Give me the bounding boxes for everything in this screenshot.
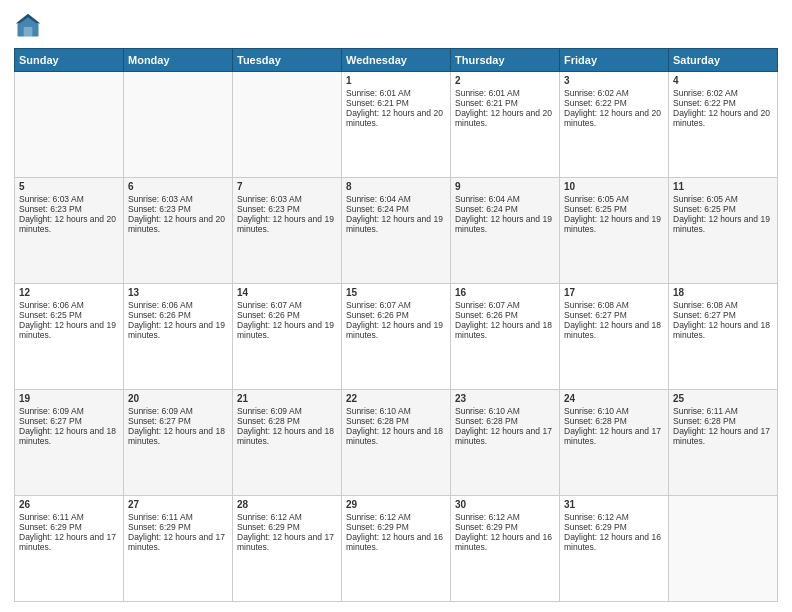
calendar-cell: 31Sunrise: 6:12 AMSunset: 6:29 PMDayligh… — [560, 496, 669, 602]
day-number: 11 — [673, 181, 773, 192]
calendar-cell: 6Sunrise: 6:03 AMSunset: 6:23 PMDaylight… — [124, 178, 233, 284]
calendar-cell: 22Sunrise: 6:10 AMSunset: 6:28 PMDayligh… — [342, 390, 451, 496]
svg-rect-2 — [24, 27, 33, 37]
weekday-header-tuesday: Tuesday — [233, 49, 342, 72]
day-info-line: Sunset: 6:24 PM — [346, 204, 446, 214]
day-info-line: Sunrise: 6:06 AM — [19, 300, 119, 310]
day-number: 19 — [19, 393, 119, 404]
week-row-4: 19Sunrise: 6:09 AMSunset: 6:27 PMDayligh… — [15, 390, 778, 496]
day-info-line: Daylight: 12 hours and 19 minutes. — [237, 320, 337, 340]
calendar-cell: 26Sunrise: 6:11 AMSunset: 6:29 PMDayligh… — [15, 496, 124, 602]
calendar-cell: 13Sunrise: 6:06 AMSunset: 6:26 PMDayligh… — [124, 284, 233, 390]
day-info-line: Sunset: 6:29 PM — [19, 522, 119, 532]
day-info-line: Daylight: 12 hours and 19 minutes. — [346, 320, 446, 340]
day-number: 23 — [455, 393, 555, 404]
day-info-line: Sunrise: 6:11 AM — [673, 406, 773, 416]
day-number: 14 — [237, 287, 337, 298]
calendar-cell: 14Sunrise: 6:07 AMSunset: 6:26 PMDayligh… — [233, 284, 342, 390]
day-info-line: Sunrise: 6:03 AM — [128, 194, 228, 204]
day-info-line: Sunset: 6:24 PM — [455, 204, 555, 214]
day-info-line: Daylight: 12 hours and 18 minutes. — [673, 320, 773, 340]
day-number: 7 — [237, 181, 337, 192]
day-info-line: Sunrise: 6:11 AM — [19, 512, 119, 522]
day-number: 22 — [346, 393, 446, 404]
calendar-cell: 28Sunrise: 6:12 AMSunset: 6:29 PMDayligh… — [233, 496, 342, 602]
day-info-line: Daylight: 12 hours and 19 minutes. — [237, 214, 337, 234]
day-info-line: Sunset: 6:21 PM — [455, 98, 555, 108]
calendar-cell: 25Sunrise: 6:11 AMSunset: 6:28 PMDayligh… — [669, 390, 778, 496]
calendar-cell: 4Sunrise: 6:02 AMSunset: 6:22 PMDaylight… — [669, 72, 778, 178]
day-number: 9 — [455, 181, 555, 192]
calendar-cell: 27Sunrise: 6:11 AMSunset: 6:29 PMDayligh… — [124, 496, 233, 602]
day-number: 5 — [19, 181, 119, 192]
calendar-cell: 16Sunrise: 6:07 AMSunset: 6:26 PMDayligh… — [451, 284, 560, 390]
day-info-line: Sunset: 6:22 PM — [564, 98, 664, 108]
calendar-cell: 10Sunrise: 6:05 AMSunset: 6:25 PMDayligh… — [560, 178, 669, 284]
day-info-line: Sunrise: 6:11 AM — [128, 512, 228, 522]
day-info-line: Daylight: 12 hours and 19 minutes. — [455, 214, 555, 234]
day-info-line: Sunrise: 6:01 AM — [455, 88, 555, 98]
day-info-line: Daylight: 12 hours and 19 minutes. — [564, 214, 664, 234]
day-info-line: Sunrise: 6:02 AM — [564, 88, 664, 98]
day-info-line: Sunset: 6:29 PM — [346, 522, 446, 532]
day-info-line: Sunrise: 6:12 AM — [455, 512, 555, 522]
calendar-cell — [233, 72, 342, 178]
day-info-line: Sunset: 6:28 PM — [237, 416, 337, 426]
day-info-line: Sunset: 6:26 PM — [237, 310, 337, 320]
calendar-cell: 7Sunrise: 6:03 AMSunset: 6:23 PMDaylight… — [233, 178, 342, 284]
day-info-line: Sunrise: 6:01 AM — [346, 88, 446, 98]
day-info-line: Daylight: 12 hours and 16 minutes. — [455, 532, 555, 552]
day-info-line: Sunset: 6:27 PM — [673, 310, 773, 320]
day-number: 25 — [673, 393, 773, 404]
day-number: 18 — [673, 287, 773, 298]
day-number: 26 — [19, 499, 119, 510]
week-row-3: 12Sunrise: 6:06 AMSunset: 6:25 PMDayligh… — [15, 284, 778, 390]
calendar-cell: 8Sunrise: 6:04 AMSunset: 6:24 PMDaylight… — [342, 178, 451, 284]
day-info-line: Sunset: 6:27 PM — [564, 310, 664, 320]
day-info-line: Daylight: 12 hours and 19 minutes. — [673, 214, 773, 234]
calendar-cell: 21Sunrise: 6:09 AMSunset: 6:28 PMDayligh… — [233, 390, 342, 496]
day-number: 20 — [128, 393, 228, 404]
header — [14, 12, 778, 40]
day-info-line: Sunrise: 6:08 AM — [564, 300, 664, 310]
day-number: 13 — [128, 287, 228, 298]
day-info-line: Daylight: 12 hours and 18 minutes. — [564, 320, 664, 340]
day-number: 28 — [237, 499, 337, 510]
day-info-line: Sunset: 6:27 PM — [128, 416, 228, 426]
week-row-1: 1Sunrise: 6:01 AMSunset: 6:21 PMDaylight… — [15, 72, 778, 178]
day-info-line: Sunrise: 6:10 AM — [455, 406, 555, 416]
day-info-line: Sunset: 6:25 PM — [673, 204, 773, 214]
day-number: 15 — [346, 287, 446, 298]
day-info-line: Daylight: 12 hours and 17 minutes. — [564, 426, 664, 446]
day-info-line: Daylight: 12 hours and 17 minutes. — [237, 532, 337, 552]
day-number: 3 — [564, 75, 664, 86]
day-number: 31 — [564, 499, 664, 510]
day-info-line: Daylight: 12 hours and 20 minutes. — [564, 108, 664, 128]
day-info-line: Sunrise: 6:05 AM — [673, 194, 773, 204]
day-number: 27 — [128, 499, 228, 510]
day-info-line: Sunset: 6:23 PM — [128, 204, 228, 214]
day-info-line: Daylight: 12 hours and 18 minutes. — [346, 426, 446, 446]
day-info-line: Sunrise: 6:03 AM — [237, 194, 337, 204]
day-number: 12 — [19, 287, 119, 298]
day-info-line: Sunset: 6:29 PM — [237, 522, 337, 532]
day-number: 1 — [346, 75, 446, 86]
calendar-cell: 3Sunrise: 6:02 AMSunset: 6:22 PMDaylight… — [560, 72, 669, 178]
weekday-header-sunday: Sunday — [15, 49, 124, 72]
day-info-line: Daylight: 12 hours and 17 minutes. — [455, 426, 555, 446]
day-info-line: Sunset: 6:29 PM — [455, 522, 555, 532]
calendar-cell: 11Sunrise: 6:05 AMSunset: 6:25 PMDayligh… — [669, 178, 778, 284]
day-info-line: Daylight: 12 hours and 17 minutes. — [673, 426, 773, 446]
day-info-line: Daylight: 12 hours and 20 minutes. — [455, 108, 555, 128]
day-info-line: Sunset: 6:28 PM — [455, 416, 555, 426]
day-info-line: Sunrise: 6:04 AM — [346, 194, 446, 204]
day-info-line: Sunrise: 6:12 AM — [564, 512, 664, 522]
day-info-line: Sunrise: 6:06 AM — [128, 300, 228, 310]
calendar-cell: 23Sunrise: 6:10 AMSunset: 6:28 PMDayligh… — [451, 390, 560, 496]
day-info-line: Sunrise: 6:10 AM — [346, 406, 446, 416]
day-info-line: Daylight: 12 hours and 18 minutes. — [128, 426, 228, 446]
day-info-line: Sunset: 6:26 PM — [455, 310, 555, 320]
day-info-line: Sunrise: 6:07 AM — [346, 300, 446, 310]
calendar-cell: 29Sunrise: 6:12 AMSunset: 6:29 PMDayligh… — [342, 496, 451, 602]
calendar-cell — [124, 72, 233, 178]
